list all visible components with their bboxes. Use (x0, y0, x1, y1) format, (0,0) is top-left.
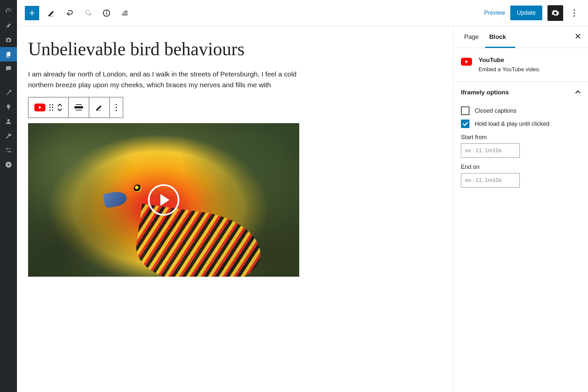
editor-toolbar: Preview Update (17, 0, 588, 26)
chevron-down-icon (57, 108, 62, 111)
checkbox-label: Closed captions (475, 107, 516, 114)
more-menu-button[interactable] (568, 5, 580, 21)
block-type-button[interactable] (28, 97, 69, 118)
rail-comments[interactable] (0, 61, 17, 76)
comment-icon (5, 65, 12, 72)
plus-icon (28, 9, 36, 17)
kebab-icon (574, 9, 575, 17)
brush-icon (5, 89, 12, 96)
rail-appearance[interactable] (0, 86, 17, 100)
end-on-input[interactable] (461, 173, 520, 188)
field-label: Start from (461, 134, 581, 141)
info-button[interactable] (101, 7, 112, 19)
block-align-button[interactable] (69, 97, 89, 118)
redo-icon (84, 9, 92, 17)
sidebar-tabs: Page Block (454, 26, 588, 48)
block-edit-button[interactable] (89, 97, 110, 118)
align-icon (74, 104, 83, 110)
tab-block[interactable]: Block (485, 26, 510, 48)
pages-icon (5, 51, 12, 58)
settings-toggle-button[interactable] (547, 5, 563, 21)
redo-button (82, 7, 94, 19)
preview-link[interactable]: Preview (484, 9, 505, 16)
admin-rail (0, 0, 17, 392)
undo-icon (66, 9, 74, 17)
checkbox-label: Hold load & play until clicked (475, 121, 549, 127)
pencil-icon (95, 103, 104, 112)
mover-buttons[interactable] (57, 104, 62, 111)
end-on-field: End on (461, 164, 581, 188)
tab-page[interactable]: Page (460, 26, 482, 48)
gear-icon (551, 9, 560, 17)
info-icon (102, 9, 111, 17)
wrench-icon (5, 132, 12, 139)
sliders-icon (5, 147, 12, 154)
checkbox-icon (461, 106, 469, 115)
youtube-embed[interactable] (28, 123, 299, 277)
settings-sidebar: Page Block YouTube Embed a YouTube video… (453, 26, 588, 392)
block-toolbar (28, 97, 123, 118)
pin-icon (5, 22, 12, 29)
chevron-up-icon (575, 90, 581, 94)
play-button[interactable] (148, 184, 179, 216)
checkbox-checked-icon (461, 120, 469, 128)
chevron-up-icon (57, 104, 62, 107)
rail-collapse[interactable] (0, 157, 17, 172)
field-label: End on (461, 164, 581, 171)
sidebar-close-button[interactable] (574, 33, 581, 41)
update-button[interactable]: Update (510, 6, 542, 20)
camera-icon (5, 36, 12, 43)
block-info: YouTube Embed a YouTube video. (454, 48, 588, 82)
kebab-icon (116, 104, 117, 111)
rail-pin[interactable] (0, 18, 17, 33)
start-from-input[interactable] (461, 143, 520, 158)
outline-button[interactable] (119, 7, 131, 19)
hold-load-checkbox[interactable]: Hold load & play until clicked (461, 120, 581, 128)
plug-icon (5, 104, 12, 111)
post-title[interactable]: Unbelievable bird behaviours (28, 39, 453, 59)
rail-tools[interactable] (0, 129, 17, 143)
drag-handle-icon[interactable] (49, 104, 53, 111)
youtube-icon (461, 58, 472, 66)
iframely-section-toggle[interactable]: Iframely options (454, 82, 588, 99)
section-title: Iframely options (461, 89, 509, 96)
closed-captions-checkbox[interactable]: Closed captions (461, 106, 581, 115)
rail-plugins[interactable] (0, 100, 17, 114)
undo-button[interactable] (64, 7, 76, 19)
pencil-icon (47, 9, 56, 17)
post-paragraph[interactable]: I am already far north of London, and as… (28, 69, 299, 90)
block-more-button[interactable] (110, 97, 123, 118)
rail-users[interactable] (0, 114, 17, 129)
user-icon (5, 118, 12, 125)
add-block-button[interactable] (25, 6, 39, 20)
rail-dashboard[interactable] (0, 4, 17, 18)
gauge-icon (5, 8, 12, 15)
close-icon (574, 33, 581, 40)
block-name: YouTube (479, 57, 540, 64)
circle-play-icon (5, 161, 12, 168)
youtube-icon (34, 104, 45, 111)
rail-media[interactable] (0, 33, 17, 47)
svg-point-2 (106, 11, 106, 11)
editor-canvas[interactable]: Unbelievable bird behaviours I am alread… (17, 26, 453, 392)
rail-settings[interactable] (0, 143, 17, 157)
start-from-field: Start from (461, 134, 581, 158)
list-icon (121, 9, 129, 17)
block-description: Embed a YouTube video. (479, 66, 540, 73)
rail-pages[interactable] (0, 47, 17, 61)
edit-mode-button[interactable] (46, 7, 57, 19)
